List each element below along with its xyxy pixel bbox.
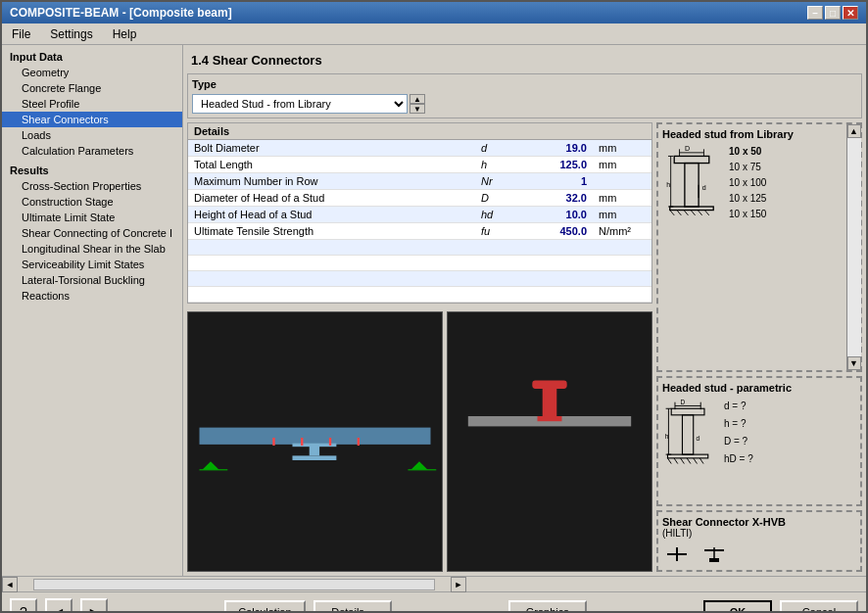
xhvb-icon-1	[662, 542, 692, 566]
type-dropdown[interactable]: Headed Stud - from Library Headed Stud -…	[192, 94, 408, 114]
svg-rect-1	[200, 428, 431, 445]
scroll-up-arrow[interactable]: ▲	[847, 124, 861, 138]
svg-line-52	[687, 458, 691, 464]
svg-rect-41	[671, 408, 704, 415]
library-content: D h	[662, 144, 843, 222]
svg-rect-15	[543, 386, 557, 418]
sidebar-item-steel-profile[interactable]: Steel Profile	[2, 96, 182, 112]
details-table: Bolt Diameter d 19.0 mm Total Length h 1…	[188, 140, 651, 303]
svg-rect-27	[685, 164, 699, 207]
sidebar-item-construction-stage[interactable]: Construction Stage	[2, 194, 182, 210]
beam-visualization	[187, 311, 443, 572]
sidebar-item-shear-connecting[interactable]: Shear Connecting of Concrete I	[2, 225, 182, 241]
row-value: 10.0	[514, 207, 593, 223]
sidebar-item-ultimate-limit[interactable]: Ultimate Limit State	[2, 210, 182, 225]
library-size-item[interactable]: 10 x 50	[729, 144, 766, 160]
library-sizes: 10 x 50 10 x 75 10 x 100 10 x 125 10 x 1…	[729, 144, 766, 222]
parametric-stud-diagram: D h d	[662, 398, 716, 471]
close-button[interactable]: ✕	[843, 6, 858, 20]
param-h: h = ?	[724, 415, 753, 433]
back-button[interactable]: ◄	[45, 598, 72, 614]
svg-rect-16	[532, 381, 566, 389]
row-symbol: Nr	[475, 173, 514, 190]
scroll-right-btn[interactable]: ►	[451, 577, 466, 592]
type-spin-down[interactable]: ▼	[410, 104, 425, 114]
table-row: Total Length h 125.0 mm	[188, 157, 651, 173]
library-title: Headed stud from Library	[662, 128, 843, 140]
details-button[interactable]: Details...	[313, 600, 392, 614]
graphics-button[interactable]: Graphics	[508, 600, 587, 614]
scroll-track	[847, 138, 861, 356]
library-size-item[interactable]: 10 x 100	[729, 175, 766, 191]
library-size-item[interactable]: 10 x 125	[729, 191, 766, 207]
xhvb-title: Shear Connector X-HVB	[662, 516, 856, 528]
svg-line-32	[677, 211, 681, 215]
svg-text:d: d	[702, 184, 706, 192]
sidebar-item-cross-section[interactable]: Cross-Section Properties	[2, 178, 182, 194]
sidebar-item-lateral-torsional[interactable]: Lateral-Torsional Buckling	[2, 272, 182, 288]
main-layout: Input Data Geometry Concrete Flange Stee…	[2, 45, 866, 576]
row-unit: N/mm²	[593, 223, 651, 240]
sidebar-item-loads[interactable]: Loads	[2, 127, 182, 143]
menu-file[interactable]: File	[6, 25, 36, 43]
row-name: Maximum Number in Row	[188, 173, 475, 190]
menu-help[interactable]: Help	[107, 25, 143, 43]
sidebar-item-reactions[interactable]: Reactions	[2, 288, 182, 304]
row-unit: mm	[593, 157, 651, 173]
svg-line-31	[670, 211, 674, 215]
parametric-title: Headed stud - parametric	[662, 382, 856, 394]
calculation-button[interactable]: Calculation	[224, 600, 305, 614]
sidebar-item-serviceability[interactable]: Serviceability Limit States	[2, 257, 182, 272]
svg-text:D: D	[685, 145, 690, 153]
sidebar-scrollbar: ◄ ►	[2, 576, 866, 591]
sidebar-item-longitudinal-shear[interactable]: Longitudinal Shear in the Slab	[2, 241, 182, 257]
maximize-button[interactable]: □	[825, 6, 841, 20]
ok-button[interactable]: OK	[703, 600, 772, 614]
row-name: Bolt Diameter	[188, 140, 475, 157]
table-row-empty	[188, 287, 651, 303]
row-unit: mm	[593, 190, 651, 207]
param-D: D = ?	[724, 433, 753, 450]
sidebar-item-geometry[interactable]: Geometry	[2, 65, 182, 80]
row-value: 450.0	[514, 223, 593, 240]
type-spin-up[interactable]: ▲	[410, 94, 425, 104]
table-row: Diameter of Head of a Stud D 32.0 mm	[188, 190, 651, 207]
bottom-bar: ? ◄ ► Calculation Details... Graphics OK…	[2, 591, 866, 613]
scroll-left-btn[interactable]: ◄	[2, 577, 18, 592]
right-panel: Headed stud from Library D	[656, 122, 862, 572]
svg-rect-10	[301, 438, 303, 446]
row-name: Total Length	[188, 157, 475, 173]
cancel-button[interactable]: Cancel	[780, 600, 858, 614]
menu-settings[interactable]: Settings	[44, 25, 98, 43]
type-label: Type	[192, 78, 857, 90]
svg-rect-9	[272, 438, 274, 446]
svg-rect-12	[358, 438, 360, 446]
type-select-row: Headed Stud - from Library Headed Stud -…	[192, 94, 857, 114]
table-row-empty	[188, 256, 651, 271]
library-size-item[interactable]: 10 x 150	[729, 207, 766, 222]
sidebar-item-concrete-flange[interactable]: Concrete Flange	[2, 80, 182, 96]
content-area: 1.4 Shear Connectors Type Headed Stud - …	[183, 45, 866, 576]
row-value: 19.0	[514, 140, 593, 157]
sidebar: Input Data Geometry Concrete Flange Stee…	[2, 45, 183, 576]
window-controls: – □ ✕	[807, 6, 858, 20]
h-scroll-track	[33, 579, 435, 590]
row-value: 125.0	[514, 157, 593, 173]
row-value: 32.0	[514, 190, 593, 207]
help-icon-button[interactable]: ?	[10, 598, 37, 614]
forward-button[interactable]: ►	[80, 598, 108, 614]
svg-rect-3	[292, 455, 336, 460]
scroll-down-arrow[interactable]: ▼	[847, 356, 861, 370]
minimize-button[interactable]: –	[807, 6, 823, 20]
param-d: d = ?	[724, 398, 753, 415]
details-section: Details Bolt Diameter d 19.0 mm	[187, 122, 652, 304]
sidebar-item-shear-connectors[interactable]: Shear Connectors	[2, 112, 182, 127]
library-stud-diagram: D h	[662, 144, 721, 222]
row-unit: mm	[593, 140, 651, 157]
library-size-item[interactable]: 10 x 75	[729, 160, 766, 175]
sidebar-results-label: Results	[2, 163, 182, 178]
svg-line-36	[704, 211, 708, 215]
sidebar-item-calculation-parameters[interactable]: Calculation Parameters	[2, 143, 182, 159]
svg-line-34	[691, 211, 695, 215]
table-row: Ultimate Tensile Strength fu 450.0 N/mm²	[188, 223, 651, 240]
